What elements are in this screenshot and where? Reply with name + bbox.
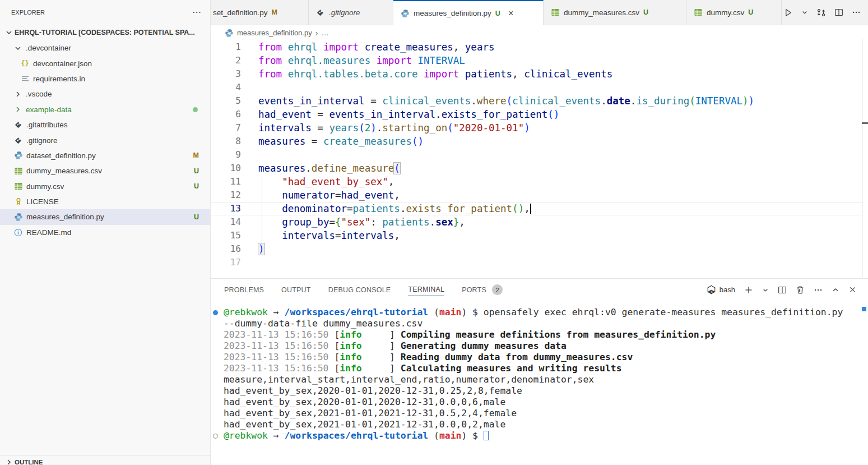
line-number[interactable]: 10	[211, 162, 241, 175]
breadcrumb[interactable]: measures_definition.py › …	[211, 25, 868, 40]
maximize-panel-button[interactable]	[832, 286, 839, 294]
code-line[interactable]: 17	[211, 256, 868, 269]
breadcrumb-more[interactable]: …	[321, 29, 328, 37]
info-icon	[13, 228, 23, 237]
panel-tab-output[interactable]: OUTPUT	[281, 284, 311, 296]
code-line[interactable]: 14 group_by={"sex": patients.sex},	[211, 215, 868, 229]
close-panel-button[interactable]	[848, 286, 857, 294]
terminal-line: 2023-11-13 15:16:50 [info ] Calculating …	[211, 363, 868, 374]
code-line[interactable]: 13 denominator=patients.exists_for_patie…	[211, 202, 868, 215]
code-line[interactable]: 5events_in_interval = clinical_events.wh…	[211, 94, 868, 108]
code-line[interactable]: 15 intervals=intervals,	[211, 229, 868, 242]
terminal-line: 2023-11-13 15:16:50 [info ] Compiling me…	[211, 329, 868, 340]
line-number[interactable]: 7	[211, 121, 241, 135]
overview-ruler-mark	[862, 122, 868, 124]
tree-item-dummy-measures.csv[interactable]: dummy_measures.csvU	[0, 163, 210, 178]
tree-item-label: LICENSE	[26, 197, 59, 206]
line-number[interactable]: 16	[211, 242, 241, 256]
line-number[interactable]: 14	[211, 215, 241, 229]
code-text: intervals=intervals,	[258, 230, 400, 241]
line-number[interactable]: 2	[211, 54, 241, 67]
code-line[interactable]: 12 numerator=had_event,	[211, 188, 868, 202]
new-terminal-button[interactable]	[744, 286, 753, 294]
explorer-title: EXPLORER	[11, 9, 45, 16]
tree-item-measures-definition.py[interactable]: measures_definition.pyU	[0, 209, 210, 224]
tree-item-dataset-definition.py[interactable]: dataset_definition.pyM	[0, 148, 210, 163]
tab-.gitignore[interactable]: .gitignore	[309, 0, 393, 25]
code-line[interactable]: 2from ehrql.measures import INTERVAL	[211, 54, 868, 67]
tree-item-devcontainer.json[interactable]: {}devcontainer.json	[0, 56, 210, 71]
overview-ruler[interactable]	[862, 39, 863, 278]
code-line[interactable]: 4	[211, 81, 868, 94]
code-line[interactable]: 3from ehrql.tables.beta.core import pati…	[211, 67, 868, 81]
open-changes-button[interactable]	[816, 8, 826, 17]
explorer-header: EXPLORER ⋯	[0, 0, 210, 25]
terminal-cursor	[484, 431, 489, 440]
tab-label: dummy_measures.csv	[564, 8, 639, 17]
line-number[interactable]: 8	[211, 135, 241, 148]
code-line[interactable]: 9	[211, 148, 868, 162]
editor-more-icon[interactable]	[852, 8, 861, 17]
line-number[interactable]: 5	[211, 94, 241, 108]
tab-dummy.csv[interactable]: dummy.csvU	[686, 0, 782, 25]
line-number[interactable]: 11	[211, 175, 241, 188]
terminal[interactable]: @rebkwok → /workspaces/ehrql-tutorial (m…	[211, 307, 868, 465]
code-line[interactable]: 7intervals = years(2).starting_on("2020-…	[211, 121, 868, 135]
explorer-more-icon[interactable]: ⋯	[192, 10, 202, 15]
panel-tab-ports[interactable]: PORTS	[462, 284, 486, 296]
workspace-root[interactable]: EHRQL-TUTORIAL [CODESPACES: POTENTIAL SP…	[0, 25, 210, 40]
split-terminal-button[interactable]	[778, 286, 787, 294]
panel-tab-problems[interactable]: PROBLEMS	[224, 284, 264, 296]
line-number[interactable]: 15	[211, 229, 241, 242]
tree-item-requirements.in[interactable]: requirements.in	[0, 71, 210, 86]
line-number[interactable]: 3	[211, 67, 241, 81]
close-icon[interactable]: ×	[508, 10, 513, 17]
panel-tab-debug-console[interactable]: DEBUG CONSOLE	[328, 284, 391, 296]
code-line[interactable]: 1from ehrql import create_measures, year…	[211, 40, 868, 54]
terminal-dropdown-icon[interactable]	[762, 287, 769, 293]
tree-item-.gitignore[interactable]: .gitignore	[0, 132, 210, 148]
breadcrumb-file[interactable]: measures_definition.py	[237, 29, 312, 37]
tab-label: measures_definition.py	[414, 9, 491, 17]
code-line[interactable]: 16)	[211, 242, 868, 256]
line-number[interactable]: 17	[211, 256, 241, 269]
line-number[interactable]: 12	[211, 188, 241, 202]
ports-count-badge: 2	[492, 284, 503, 295]
tree-item-.gitattributes[interactable]: .gitattributes	[0, 117, 210, 132]
tree-item-LICENSE[interactable]: LICENSE	[0, 194, 210, 209]
shell-selector[interactable]: $ bash	[707, 285, 735, 294]
tree-item-dummy.csv[interactable]: dummy.csvU	[0, 179, 210, 194]
panel-more-icon[interactable]	[814, 286, 823, 294]
line-number[interactable]: 4	[211, 81, 241, 94]
tree-item-.vscode[interactable]: .vscode	[0, 86, 210, 102]
run-dropdown-icon[interactable]	[801, 9, 808, 16]
code-line[interactable]: 10measures.define_measure(	[211, 162, 868, 175]
line-number[interactable]: 9	[211, 148, 241, 162]
tree-item-label: measures_definition.py	[26, 213, 104, 221]
git-modified-dot	[193, 107, 198, 112]
terminal-line: measure,interval_start,interval_end,rati…	[211, 374, 868, 385]
run-python-button[interactable]	[783, 8, 793, 17]
tree-item-README.md[interactable]: README.md	[0, 225, 210, 240]
bash-icon: $	[707, 285, 716, 294]
tree-item-.devcontainer[interactable]: .devcontainer	[0, 40, 210, 56]
tab-dummy-measures.csv[interactable]: dummy_measures.csvU	[544, 0, 686, 25]
tab-measures-definition.py[interactable]: measures_definition.pyU×	[393, 0, 544, 25]
kill-terminal-button[interactable]	[796, 286, 805, 294]
code-line[interactable]: 6had_event = events_in_interval.exists_f…	[211, 108, 868, 121]
line-number[interactable]: 6	[211, 108, 241, 121]
outline-section[interactable]: OUTLINE	[0, 455, 210, 465]
tab-set-definition.py[interactable]: set_definition.pyM	[211, 0, 309, 25]
terminal-line: had_event_by_sex,2021-01-01,2021-12-31,0…	[211, 419, 868, 430]
tree-item-example-data[interactable]: example-data	[0, 102, 210, 117]
code-editor[interactable]: 1from ehrql import create_measures, year…	[211, 40, 868, 279]
json-icon: {}	[20, 59, 30, 68]
split-editor-button[interactable]	[834, 8, 843, 17]
code-line[interactable]: 8measures = create_measures()	[211, 135, 868, 148]
line-number[interactable]: 13	[211, 202, 241, 215]
tree-item-label: .gitignore	[26, 136, 58, 145]
line-number[interactable]: 1	[211, 40, 241, 54]
panel-tab-terminal[interactable]: TERMINAL	[408, 283, 444, 296]
code-line[interactable]: 11 "had_event_by_sex",	[211, 175, 868, 188]
tree-item-label: requirements.in	[33, 75, 85, 83]
